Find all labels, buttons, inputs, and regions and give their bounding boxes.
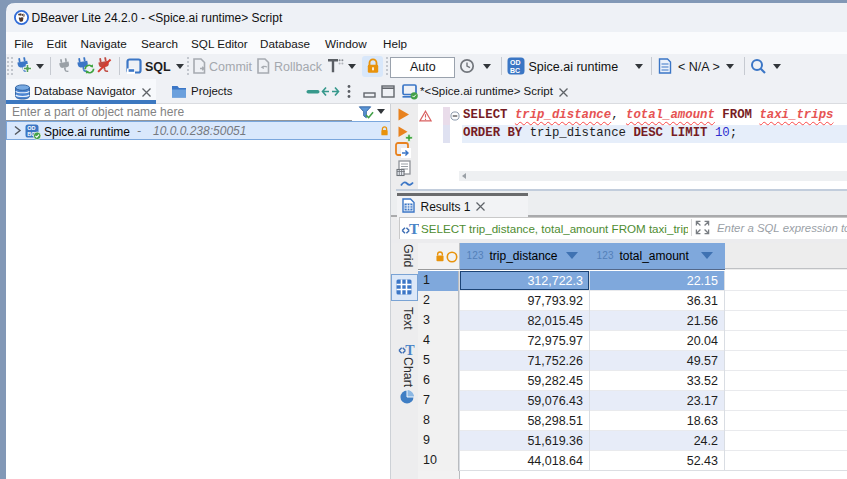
svg-text:OD: OD xyxy=(510,59,521,66)
svg-text:T: T xyxy=(405,343,415,358)
svg-text:BC: BC xyxy=(510,67,520,74)
svg-text:T: T xyxy=(409,220,419,236)
